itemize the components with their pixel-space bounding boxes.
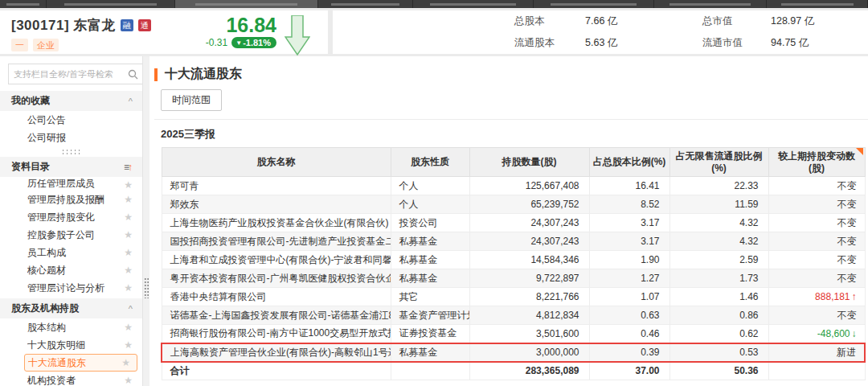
top-tab[interactable]: [0, 0, 47, 8]
chevron-up-icon[interactable]: ^: [129, 96, 133, 106]
star-icon[interactable]: ★: [124, 282, 133, 294]
dash-tag[interactable]: 一: [11, 39, 28, 51]
column-header: 占总股本比例(%): [589, 148, 669, 177]
cell-pct-float: 0.86: [669, 306, 768, 325]
cell-pct-float: 22.33: [669, 177, 768, 195]
star-icon[interactable]: ★: [124, 322, 133, 333]
stat-label: 总市值: [702, 14, 771, 28]
sidebar-item[interactable]: 员工构成★: [0, 244, 142, 261]
sidebar-item[interactable]: 管理层讨论与分析★: [0, 279, 142, 297]
cell-pct-float: 0.53: [669, 343, 768, 362]
down-arrow-icon: [285, 15, 310, 55]
sidebar-item[interactable]: 管理层持股及报酬★: [0, 191, 142, 208]
star-icon[interactable]: ★: [124, 265, 133, 276]
sidebar-item-label: 历任管理层成员: [27, 177, 124, 191]
enterprise-tag[interactable]: 企业: [33, 39, 59, 51]
sidebar-item[interactable]: 股本结构★: [0, 318, 142, 336]
cell-pct-total: 8.52: [589, 195, 669, 214]
shareholder-row[interactable]: 郑可青个人125,667,40816.4122.33不变: [162, 177, 865, 195]
cell-pct-total: 1.07: [589, 288, 669, 306]
cell-shareholder-name: 上海生物医药产业股权投资基金合伙企业(有限合伙): [162, 214, 391, 232]
shareholder-row[interactable]: 郑效东个人65,239,7528.5211.59不变: [162, 195, 865, 214]
cell-shareholder-name: 粤开资本投资有限公司-广州粤凯医健股权投资合伙企业(有...: [162, 269, 391, 288]
shareholder-row[interactable]: 香港中央结算有限公司其它8,221,7661.071.46888,181↑: [162, 288, 865, 306]
cell-shareholder-nature: 个人: [391, 195, 469, 214]
shareholder-row[interactable]: 上海生物医药产业股权投资基金合伙企业(有限合伙)投资公司24,307,2433.…: [162, 214, 865, 232]
sidebar-section-label: 股东及机构持股: [11, 302, 79, 315]
star-icon[interactable]: ★: [124, 194, 133, 205]
star-icon[interactable]: ★: [124, 179, 133, 191]
cell-shares: 283,365,089: [469, 362, 589, 380]
sidebar-item-label: 核心题材: [27, 264, 124, 277]
cell-change: -48,600↓: [768, 325, 865, 343]
sidebar-item[interactable]: 历任管理层成员★: [0, 177, 142, 191]
sidebar-item[interactable]: 十大股东明细★: [0, 336, 142, 354]
top-tab-active[interactable]: [175, 0, 318, 8]
sidebar-item[interactable]: 管理层持股变化★: [0, 208, 142, 226]
stat-value: 7.66 亿: [585, 14, 702, 28]
sidebar-item[interactable]: 公司研报: [0, 129, 142, 146]
cell-pct-float: 0.62: [669, 325, 768, 343]
sidebar-search-box: [8, 64, 143, 84]
stat-label: 流通市值: [702, 36, 771, 50]
star-icon[interactable]: ★: [124, 339, 133, 351]
shareholder-row[interactable]: 诺德基金-上海国鑫投资发展有限公司-诺德基金浦江890号...基金资产管理计划4…: [162, 306, 865, 325]
capital-stats-card: 总股本 7.66 亿 总市值 128.97 亿 流通股本 5.63 亿 流通市值…: [333, 10, 868, 54]
shareholder-row[interactable]: 国投招商投资管理有限公司-先进制造产业投资基金二期(有...私募基金24,307…: [162, 232, 865, 251]
cell-shares: 125,667,408: [469, 177, 589, 195]
cell-change: [768, 362, 865, 380]
sort-icon[interactable]: ≡↑: [124, 162, 133, 173]
shareholder-row[interactable]: 上海君和立成投资管理中心(有限合伙)-宁波君和同馨股权投...私募基金14,58…: [162, 251, 865, 269]
star-icon[interactable]: ★: [124, 247, 133, 258]
cell-shareholder-name: 上海高毅资产管理合伙企业(有限合伙)-高毅邻山1号远望基金: [162, 343, 391, 362]
down-triangle-icon: ▼: [235, 39, 242, 47]
cell-pct-float: 1.73: [669, 269, 768, 288]
sidebar-item[interactable]: 公司公告: [0, 111, 142, 129]
sidebar-item-label: 管理层持股变化: [27, 211, 124, 224]
page-title: 十大流通股东: [165, 66, 242, 83]
top-tab[interactable]: [654, 0, 767, 8]
star-icon[interactable]: ★: [124, 375, 133, 386]
top-tab[interactable]: [767, 0, 868, 8]
sidebar-section-header[interactable]: 股东及机构持股^: [0, 298, 142, 318]
sidebar-item[interactable]: 控股参股子公司★: [0, 226, 142, 244]
star-icon[interactable]: ★: [121, 357, 130, 368]
search-icon[interactable]: [128, 69, 138, 80]
shareholder-row[interactable]: 上海高毅资产管理合伙企业(有限合伙)-高毅邻山1号远望基金私募基金3,000,0…: [162, 343, 865, 362]
panel-splitter[interactable]: [143, 56, 149, 386]
sidebar-search-input[interactable]: [14, 69, 128, 79]
top-tab[interactable]: [47, 0, 175, 8]
cell-shareholder-name: 诺德基金-上海国鑫投资发展有限公司-诺德基金浦江890号...: [162, 306, 391, 325]
table-header-row: 股东名称股东性质持股数量(股)占总股本比例(%)占无限售流通股比例(%)较上期持…: [162, 148, 865, 177]
cell-shares: 14,584,346: [469, 251, 589, 269]
cell-pct-total: 1.27: [589, 269, 669, 288]
sidebar-section-header[interactable]: 我的收藏^: [0, 91, 142, 111]
sidebar-section-label: 资料目录: [11, 160, 50, 174]
star-icon[interactable]: ★: [124, 211, 133, 223]
column-header: 股东名称: [162, 148, 391, 177]
price-block: 16.84 -0.31 ▼-1.81%: [206, 14, 276, 48]
sidebar-item-current[interactable]: 十大流通股东★: [24, 354, 137, 372]
splitter-grip-icon[interactable]: [144, 277, 149, 298]
sidebar-item[interactable]: 核心题材★: [0, 261, 142, 279]
shareholder-row[interactable]: 招商银行股份有限公司-南方中证1000交易型开放式指数证...证券投资基金3,5…: [162, 325, 865, 343]
column-header: 占无限售流通股比例(%): [669, 148, 768, 177]
shareholder-row[interactable]: 粤开资本投资有限公司-广州粤凯医健股权投资合伙企业(有...私募基金9,722,…: [162, 269, 865, 288]
time-range-button[interactable]: 时间范围: [161, 89, 222, 111]
top-tab[interactable]: [534, 0, 654, 8]
sidebar-item-label: 员工构成: [27, 246, 124, 260]
sidebar-section-header[interactable]: 资料目录≡↑: [0, 157, 142, 177]
annotation-corner-icon: [856, 148, 863, 155]
drag-handle-icon[interactable]: [61, 149, 82, 155]
cell-pct-total: 16.41: [589, 177, 669, 195]
app-window: [300171] 东富龙 融 通 一 企业 16.84 -0.31 ▼-1.81…: [0, 0, 868, 386]
sidebar-item[interactable]: 机构投资者★: [0, 372, 142, 386]
top-tab[interactable]: [318, 0, 413, 8]
top-tab[interactable]: [413, 0, 534, 8]
chevron-up-icon[interactable]: ^: [129, 304, 133, 314]
star-icon[interactable]: ★: [124, 229, 133, 240]
cell-change: 新进: [768, 343, 865, 362]
column-header: 持股数量(股): [469, 148, 589, 177]
cell-shareholder-name: 郑效东: [162, 195, 391, 214]
column-header: 较上期持股变动数(股): [768, 148, 865, 177]
